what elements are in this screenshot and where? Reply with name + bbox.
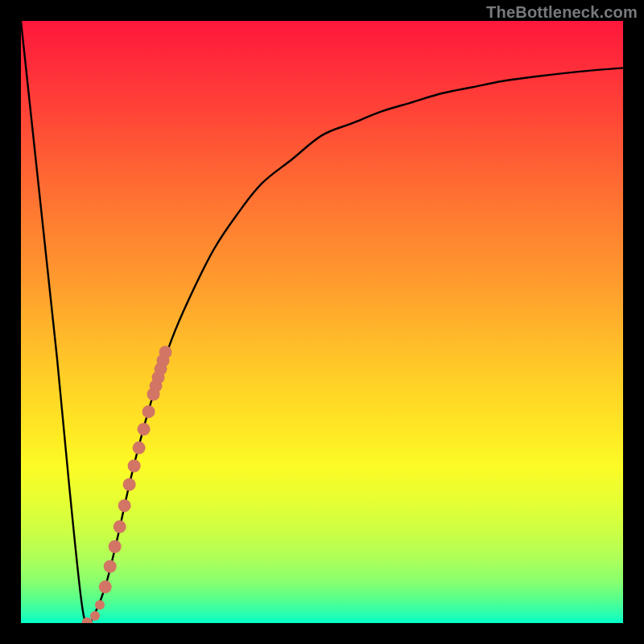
highlight-segment	[138, 423, 151, 436]
chart-svg	[21, 21, 623, 623]
curve-markers	[81, 345, 171, 623]
highlight-segment	[99, 580, 112, 593]
plot-area	[21, 21, 623, 623]
chart-frame: TheBottleneck.com	[0, 0, 644, 644]
highlight-segment	[142, 405, 155, 418]
highlight-segment	[133, 441, 146, 454]
highlight-segment	[128, 460, 141, 473]
highlight-segment	[109, 540, 122, 553]
bottleneck-curve	[21, 21, 623, 623]
highlight-segment	[114, 520, 126, 533]
dot-gap-1	[95, 601, 105, 610]
watermark-text: TheBottleneck.com	[486, 3, 638, 22]
highlight-segment	[104, 560, 117, 573]
highlight-segment	[123, 478, 136, 491]
dot-gap-2	[90, 611, 100, 621]
highlight-segment	[159, 345, 172, 358]
highlight-segment	[118, 499, 131, 512]
